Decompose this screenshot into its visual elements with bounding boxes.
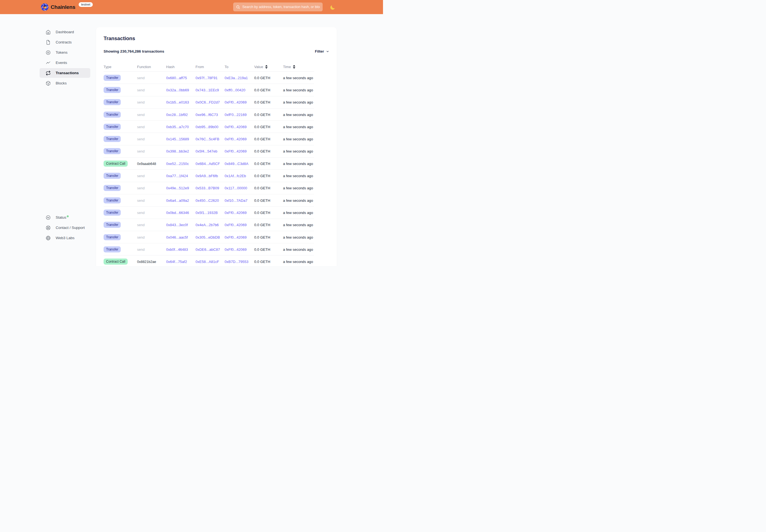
tx-hash-link[interactable]: 0xa77...1f424: [166, 174, 188, 178]
tx-from-link[interactable]: 0x9A9...bF6fb: [195, 174, 218, 178]
tx-type-badge: Transfer: [104, 246, 121, 252]
tx-to-link[interactable]: 0xFf0...42069: [224, 125, 247, 129]
sidebar-item-events[interactable]: Events: [40, 58, 90, 68]
tx-hash-link[interactable]: 0x6a4...a09a2: [166, 198, 189, 203]
tx-hash-link[interactable]: 0x680...aff75: [166, 76, 187, 80]
tx-type-badge: Transfer: [104, 222, 121, 228]
table-row: Transfer send 0x145...15689 0x76C...5c4F…: [104, 133, 314, 145]
tx-from-link[interactable]: 0x533...B7B09: [195, 186, 219, 190]
tx-type-badge: Transfer: [104, 185, 121, 191]
tx-value: 0.0 GETH: [254, 162, 270, 166]
tx-time: a few seconds ago: [283, 88, 313, 92]
globe-icon: [46, 236, 51, 241]
table-row: Transfer send 0xb0f...46483 0xDE6...abC8…: [104, 243, 314, 255]
tx-hash-link[interactable]: 0x145...15689: [166, 137, 189, 141]
transactions-card: Transactions Showing 230,764,286 transac…: [96, 27, 337, 266]
tx-from-link[interactable]: 0x97f...78F91: [195, 76, 218, 80]
col-header-time-sort[interactable]: Time: [283, 65, 314, 69]
table-body: Transfer send 0x680...aff75 0x97f...78F9…: [104, 72, 314, 266]
tx-hash-link[interactable]: 0xb35...a7c70: [166, 125, 189, 129]
tx-function: send: [137, 199, 144, 203]
tx-type-badge: Contract Call: [104, 259, 128, 265]
theme-toggle[interactable]: [329, 4, 336, 11]
table-row: Transfer send 0x843...3ec0f 0x4eA...2b7b…: [104, 219, 314, 231]
tx-type-badge: Transfer: [104, 99, 121, 105]
search-bar[interactable]: [233, 2, 322, 11]
tx-from-link[interactable]: 0x305...eDbDB: [195, 235, 220, 239]
tx-from-link[interactable]: 0x450...C2620: [195, 198, 219, 203]
tx-from-link[interactable]: 0xDE6...abC87: [195, 247, 220, 252]
tx-from-link[interactable]: 0x76C...5c4FB: [195, 137, 219, 141]
tx-to-link[interactable]: 0xFf0...42069: [224, 247, 247, 252]
sidebar-item-transactions[interactable]: Transactions: [40, 68, 90, 78]
chevron-down-icon: [326, 50, 329, 53]
tx-to-link[interactable]: 0xFf0...42069: [224, 223, 247, 227]
tx-function: send: [137, 76, 144, 80]
tx-to-link[interactable]: 0xFf0...42069: [224, 235, 247, 239]
tx-hash-link[interactable]: 0x843...3ec0f: [166, 223, 188, 227]
tx-hash-link[interactable]: 0x64f...75af2: [166, 260, 187, 264]
tx-hash-link[interactable]: 0xb0f...46483: [166, 247, 188, 252]
sidebar-item-status[interactable]: Status: [40, 213, 95, 222]
sidebar-item-blocks[interactable]: Blocks: [40, 78, 90, 88]
filter-button[interactable]: Filter: [315, 49, 329, 54]
tx-to-link[interactable]: 0xFf0...42069: [224, 100, 247, 104]
tx-to-link[interactable]: 0xf10...7ADa7: [224, 198, 247, 203]
page-title: Transactions: [104, 35, 329, 42]
transactions-table: Type Function Hash From To Value Time: [104, 62, 314, 266]
tx-function: send: [137, 174, 144, 178]
sidebar-item-web3-labs[interactable]: Web3 Labs: [40, 233, 95, 243]
table-row: Transfer send 0xa77...1f424 0x9A9...bF6f…: [104, 170, 314, 182]
sidebar-item-tokens[interactable]: Tokens: [40, 48, 90, 57]
tx-from-link[interactable]: 0xE58...A81cF: [195, 260, 219, 264]
tx-to-link[interactable]: 0x117...00000: [224, 186, 247, 190]
brand[interactable]: Chainlens testnet: [41, 0, 93, 14]
tx-hash-link[interactable]: 0x1b5...e0163: [166, 100, 189, 104]
sidebar-item-contracts[interactable]: Contracts: [40, 37, 90, 47]
sidebar-nav: Dashboard Contracts Tokens Events Transa…: [40, 27, 90, 89]
tx-hash-link[interactable]: 0x32a...0bb69: [166, 88, 189, 92]
sort-icon: [293, 65, 295, 69]
tx-hash-link[interactable]: 0xe52...2150c: [166, 162, 189, 166]
tx-value: 0.0 GETH: [254, 247, 270, 252]
search-input[interactable]: [242, 5, 320, 9]
summary-row: Showing 230,764,286 transactions Filter: [104, 49, 329, 54]
tx-from-link[interactable]: 0x743...1EEc9: [195, 88, 219, 92]
tx-to-link[interactable]: 0xfF0...22169: [224, 113, 247, 117]
tx-to-link[interactable]: 0xff0...00420: [224, 88, 245, 92]
col-header-value-sort[interactable]: Value: [254, 65, 283, 69]
tx-hash-link[interactable]: 0xc28...1bf92: [166, 113, 188, 117]
tx-from-link[interactable]: 0x6B4...Ad5CF: [195, 162, 220, 166]
cube-icon: [46, 81, 51, 86]
tx-type-badge: Transfer: [104, 210, 121, 216]
pulse-circle-icon: [46, 215, 51, 220]
tx-to-link[interactable]: 0x849...C3d8A: [224, 162, 248, 166]
tx-to-link[interactable]: 0xFf0...42069: [224, 211, 247, 215]
home-icon: [46, 30, 51, 35]
tx-time: a few seconds ago: [283, 235, 313, 239]
tx-to-link[interactable]: 0x1Af...fc2Eb: [224, 174, 246, 178]
tx-type-badge: Transfer: [104, 136, 121, 142]
moon-icon: [329, 4, 335, 11]
table-row: Transfer send 0x1b5...e0163 0x0C6...FD2d…: [104, 96, 314, 109]
tx-from-link[interactable]: 0xe96...f6C73: [195, 113, 218, 117]
tx-function: send: [137, 236, 144, 239]
sidebar-item-dashboard[interactable]: Dashboard: [40, 27, 90, 37]
tx-time: a few seconds ago: [283, 223, 313, 227]
tx-hash-link[interactable]: 0x49e...512e9: [166, 186, 189, 190]
tx-to-link[interactable]: 0xFf0...42069: [224, 137, 247, 141]
tx-from-link[interactable]: 0xb95...89b00: [195, 125, 218, 129]
tx-from-link[interactable]: 0x5f1...1932B: [195, 211, 218, 215]
tx-to-link[interactable]: 0xB7D...79553: [224, 260, 248, 264]
col-header-function: Function: [137, 65, 166, 69]
tx-to-link[interactable]: 0xFf0...42069: [224, 149, 247, 153]
tx-hash-link[interactable]: 0x0bd...66346: [166, 211, 189, 215]
tx-hash-link[interactable]: 0x398...bb3e2: [166, 149, 189, 153]
tx-from-link[interactable]: 0x5f4...547eb: [195, 149, 217, 153]
tx-from-link[interactable]: 0x0C6...FD2d7: [195, 100, 220, 104]
tx-from-link[interactable]: 0x4eA...2b7b6: [195, 223, 219, 227]
tx-to-link[interactable]: 0xE3a...219a1: [224, 76, 248, 80]
sidebar-item-contact-support[interactable]: Contact / Support: [40, 223, 95, 233]
tx-hash-link[interactable]: 0x046...aac5f: [166, 235, 188, 239]
table-row: Transfer send 0x0bd...66346 0x5f1...1932…: [104, 206, 314, 219]
